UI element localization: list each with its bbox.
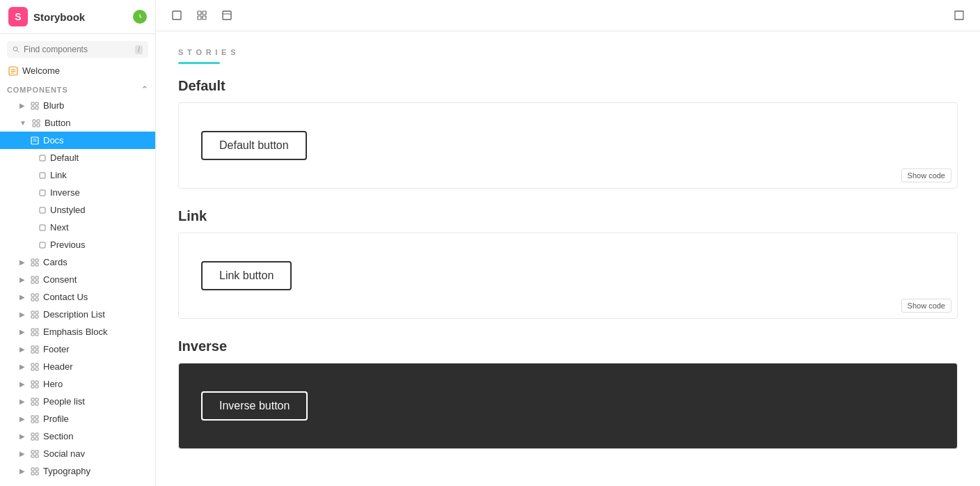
search-input[interactable] — [24, 45, 131, 54]
previous-story-icon — [39, 242, 46, 249]
cards-arrow: ▶ — [19, 258, 25, 266]
search-slash-hint: / — [135, 45, 143, 54]
svg-rect-52 — [31, 381, 34, 384]
sidebar-item-next[interactable]: Next — [0, 219, 155, 236]
logo-letter: S — [15, 11, 21, 22]
svg-rect-32 — [31, 294, 34, 297]
sidebar-item-contact-us[interactable]: ▶ Contact Us — [0, 288, 155, 306]
svg-rect-56 — [31, 398, 34, 401]
link-button-demo[interactable]: Link button — [201, 261, 292, 290]
app-title: Storybook — [33, 11, 85, 23]
sidebar-item-people-list[interactable]: ▶ People list — [0, 393, 155, 410]
sidebar-item-hero[interactable]: ▶ Hero — [0, 375, 155, 393]
search-icon — [13, 45, 19, 54]
sidebar-item-cards[interactable]: ▶ Cards — [0, 253, 155, 271]
typography-label: Typography — [43, 466, 90, 476]
social-nav-arrow: ▶ — [19, 450, 25, 457]
svg-rect-70 — [31, 455, 34, 457]
svg-rect-47 — [35, 350, 38, 353]
svg-rect-14 — [37, 124, 40, 127]
svg-rect-57 — [35, 398, 38, 401]
hero-label: Hero — [43, 379, 63, 389]
svg-rect-39 — [35, 315, 38, 318]
sidebar-item-inverse[interactable]: Inverse — [0, 184, 155, 201]
sidebar-item-blurb[interactable]: ▶ Blurb — [0, 97, 155, 114]
consent-arrow: ▶ — [19, 276, 25, 283]
sidebar-item-social-nav[interactable]: ▶ Social nav — [0, 445, 155, 462]
contact-us-arrow: ▶ — [19, 293, 25, 301]
default-story-icon — [39, 155, 46, 162]
social-nav-label: Social nav — [43, 448, 85, 459]
unstyled-label: Unstyled — [50, 205, 86, 215]
inverse-story-icon — [39, 189, 46, 196]
desc-list-grid-icon — [31, 311, 39, 319]
story-preview-default: Default button Show code — [178, 102, 958, 189]
toolbar-right — [949, 6, 969, 25]
svg-rect-69 — [35, 450, 38, 453]
inverse-label: Inverse — [50, 187, 80, 198]
svg-rect-7 — [31, 102, 34, 105]
footer-label: Footer — [43, 344, 70, 354]
svg-rect-60 — [31, 416, 34, 418]
sidebar-item-footer[interactable]: ▶ Footer — [0, 340, 155, 358]
header-arrow: ▶ — [19, 363, 25, 370]
search-bar[interactable]: / — [7, 41, 148, 58]
sidebar-scroll: Welcome COMPONENTS ⌃ ▶ Blurb ▼ — [0, 62, 155, 486]
svg-rect-59 — [35, 402, 38, 405]
svg-rect-8 — [35, 102, 38, 105]
svg-rect-41 — [35, 329, 38, 331]
inverse-button-demo[interactable]: Inverse button — [201, 391, 308, 421]
show-code-default[interactable]: Show code — [901, 168, 951, 182]
blurb-grid-icon — [31, 102, 39, 110]
unstyled-story-icon — [39, 207, 46, 214]
svg-rect-43 — [35, 333, 38, 336]
toolbar-expand-icon[interactable] — [949, 6, 969, 25]
sidebar-item-description-list[interactable]: ▶ Description List — [0, 306, 155, 323]
storybook-logo: S — [8, 7, 28, 26]
sidebar-item-docs[interactable]: Docs — [0, 132, 155, 149]
sidebar-item-consent[interactable]: ▶ Consent — [0, 271, 155, 288]
sidebar-item-header[interactable]: ▶ Header — [0, 358, 155, 375]
svg-rect-36 — [31, 311, 34, 314]
section-title-link: Link — [156, 194, 980, 233]
sidebar-item-default[interactable]: Default — [0, 149, 155, 166]
story-preview-inner-inverse: Inverse button — [179, 363, 957, 448]
svg-rect-81 — [223, 11, 231, 19]
svg-rect-68 — [31, 450, 34, 453]
social-nav-grid-icon — [31, 450, 39, 458]
svg-rect-30 — [31, 281, 34, 283]
svg-rect-10 — [35, 107, 38, 109]
toolbar — [156, 0, 980, 31]
sidebar-item-section[interactable]: ▶ Section — [0, 428, 155, 445]
default-button-demo[interactable]: Default button — [201, 131, 307, 160]
svg-point-1 — [13, 47, 17, 51]
section-title-default: Default — [156, 64, 980, 102]
sidebar-item-link[interactable]: Link — [0, 166, 155, 184]
docs-icon — [31, 136, 39, 145]
svg-rect-49 — [35, 363, 38, 366]
sidebar-item-emphasis-block[interactable]: ▶ Emphasis Block — [0, 323, 155, 340]
sidebar-item-previous[interactable]: Previous — [0, 236, 155, 253]
show-code-link[interactable]: Show code — [901, 299, 951, 313]
components-label: COMPONENTS — [7, 86, 68, 94]
typography-grid-icon — [31, 467, 39, 476]
consent-grid-icon — [31, 276, 39, 284]
sidebar-item-welcome[interactable]: Welcome — [0, 62, 155, 79]
sidebar-item-typography[interactable]: ▶ Typography — [0, 462, 155, 480]
toolbar-frame-view[interactable] — [217, 6, 237, 25]
header-grid-icon — [31, 363, 39, 371]
profile-label: Profile — [43, 414, 69, 424]
hero-arrow: ▶ — [19, 380, 25, 388]
sidebar-item-profile[interactable]: ▶ Profile — [0, 410, 155, 428]
toolbar-grid-view[interactable] — [192, 6, 212, 25]
sidebar-item-unstyled[interactable]: Unstyled — [0, 201, 155, 219]
svg-rect-74 — [31, 472, 34, 475]
svg-rect-26 — [31, 263, 34, 266]
section-grid-icon — [31, 432, 39, 441]
toolbar-single-view[interactable] — [167, 6, 187, 25]
update-icon[interactable] — [133, 10, 147, 24]
svg-rect-73 — [35, 468, 38, 471]
section-arrow: ▶ — [19, 432, 25, 440]
sidebar-item-button[interactable]: ▼ Button — [0, 114, 155, 132]
contact-us-label: Contact Us — [43, 292, 88, 302]
